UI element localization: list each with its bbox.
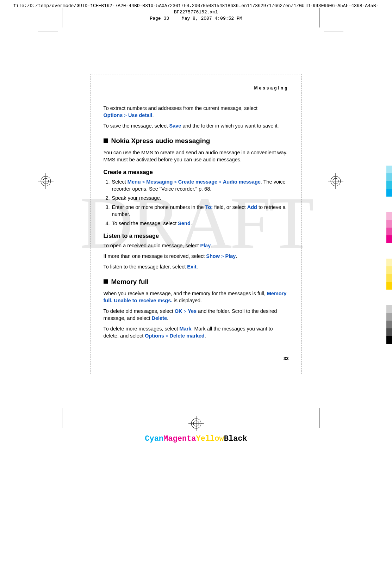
text: . <box>197 264 198 270</box>
crop-mark <box>38 31 58 31</box>
page-number: 33 <box>104 355 289 362</box>
paragraph: To open a received audio message, select… <box>104 242 289 249</box>
chevron-right-icon: > <box>142 179 145 185</box>
text: . <box>205 333 206 339</box>
page-label: Page 33 <box>150 16 169 21</box>
text: field, or select <box>213 204 247 210</box>
menu-path-item: Play <box>200 243 211 248</box>
registration-mark-icon <box>328 173 343 189</box>
registration-mark-icon <box>188 416 204 431</box>
file-path-header: file:/D:/temp/overmode/GUID-1CEEB162-7A2… <box>0 0 392 16</box>
content-frame: DRAFT Messaging To extract numbers and a… <box>91 74 302 374</box>
menu-path-item: Use detail <box>128 112 153 118</box>
registration-mark-icon <box>38 173 54 189</box>
menu-path-item: Exit <box>187 264 197 270</box>
menu-path-item: Send <box>178 221 190 226</box>
crop-mark <box>324 31 343 31</box>
menu-path-item: Options <box>145 333 164 339</box>
heading-text: Memory full <box>111 278 149 285</box>
step-item: Speak your message. <box>111 194 289 202</box>
crop-mark <box>62 408 62 428</box>
text: . <box>167 315 168 321</box>
text: To save the message, select <box>104 123 169 129</box>
crop-mark <box>324 405 343 405</box>
section-heading-xpress: Nokia Xpress audio messaging <box>104 136 289 146</box>
paragraph: To extract numbers and addresses from th… <box>104 105 289 119</box>
menu-path-item: Delete marked <box>170 333 205 339</box>
black-label: Black <box>224 434 247 443</box>
crop-mark <box>38 405 58 405</box>
menu-path-item: Add <box>247 204 257 210</box>
chevron-right-icon: > <box>166 333 168 339</box>
paragraph: To delete old messages, select OK>Yes an… <box>104 308 289 322</box>
text: is displayed. <box>172 298 202 303</box>
text: To send the message, select <box>112 221 178 226</box>
text: To delete more messages, select <box>104 326 180 332</box>
running-head: Messaging <box>104 86 289 91</box>
text: When you receive a message, and the memo… <box>104 291 267 296</box>
chevron-right-icon: > <box>124 113 127 118</box>
menu-path-item: Audio message <box>223 179 261 185</box>
text: and the folder in which you want to save… <box>181 123 279 129</box>
color-calibration-bars <box>386 166 392 344</box>
cyan-label: Cyan <box>145 434 163 443</box>
crop-mark <box>319 408 319 428</box>
menu-path-item: Save <box>169 123 181 129</box>
chevron-right-icon: > <box>174 179 177 185</box>
menu-path-item: Menu <box>127 179 141 185</box>
menu-path-item: Delete <box>152 315 167 321</box>
text: If more than one message is received, se… <box>104 253 206 259</box>
text: Enter one or more phone numbers in the <box>112 204 205 210</box>
crop-mark <box>62 8 62 27</box>
field-label: To: <box>205 204 213 210</box>
crop-mark <box>319 8 319 27</box>
text: . <box>236 253 237 259</box>
chevron-right-icon: > <box>221 254 224 259</box>
text: . <box>191 221 192 226</box>
paragraph: When you receive a message, and the memo… <box>104 290 289 304</box>
magenta-label: Magenta <box>163 434 196 443</box>
menu-path-item: Yes <box>188 308 197 314</box>
paragraph: To listen to the message later, select E… <box>104 263 289 270</box>
file-meta-line: Page 33 May 8, 2007 4:09:52 PM <box>0 16 392 25</box>
menu-path-item: Options <box>104 112 123 118</box>
menu-path-item: Messaging <box>146 179 173 185</box>
menu-path-item: OK <box>175 308 182 314</box>
subheading-create: Create a message <box>104 168 289 176</box>
text: Select <box>112 179 127 185</box>
cmyk-footer: CyanMagentaYellowBlack <box>0 434 392 443</box>
menu-path-item: Create message <box>178 179 217 185</box>
yellow-label: Yellow <box>196 434 224 443</box>
text: To extract numbers and addresses from th… <box>104 105 258 111</box>
subheading-listen: Listen to a message <box>104 232 289 240</box>
step-item: Select Menu>Messaging>Create message>Aud… <box>111 178 289 192</box>
section-heading-memory: Memory full <box>104 277 289 286</box>
text: To open a received audio message, select <box>104 243 200 248</box>
step-item: To send the message, select Send. <box>111 220 289 227</box>
paragraph: You can use the MMS to create and send a… <box>104 149 289 163</box>
menu-path-item: Mark <box>180 326 192 332</box>
chevron-right-icon: > <box>184 309 187 314</box>
heading-text: Nokia Xpress audio messaging <box>111 137 210 144</box>
square-bullet-icon <box>104 138 108 143</box>
text: To listen to the message later, select <box>104 264 187 270</box>
square-bullet-icon <box>104 279 108 284</box>
paragraph: If more than one message is received, se… <box>104 253 289 260</box>
build-timestamp: May 8, 2007 4:09:52 PM <box>182 16 242 21</box>
paragraph: To delete more messages, select Mark. Ma… <box>104 325 289 339</box>
menu-path-item: Play <box>225 253 236 259</box>
paragraph: To save the message, select Save and the… <box>104 122 289 129</box>
text: To delete old messages, select <box>104 308 175 314</box>
page-area: DRAFT Messaging To extract numbers and a… <box>0 25 392 452</box>
step-item: Enter one or more phone numbers in the T… <box>111 204 289 218</box>
text: . <box>211 243 212 248</box>
chevron-right-icon: > <box>219 179 222 185</box>
steps-list: Select Menu>Messaging>Create message>Aud… <box>104 178 289 227</box>
menu-path-item: Show <box>206 253 220 259</box>
text: . <box>152 112 154 118</box>
document-body: To extract numbers and addresses from th… <box>104 105 289 362</box>
